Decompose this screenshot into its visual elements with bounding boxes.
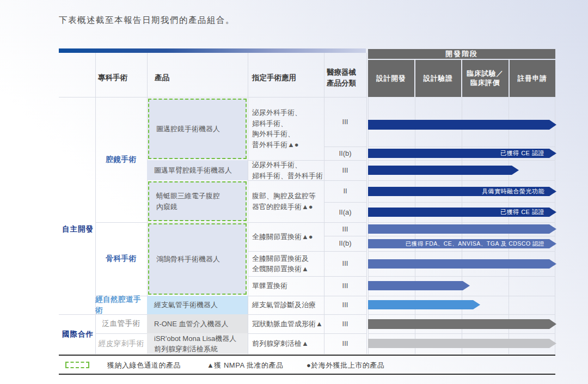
dev-stage-columns: 設計開發 設計驗證 臨床試驗／ 臨床評價 註冊申請: [368, 60, 555, 97]
table-top-gradient-bar: [59, 48, 366, 53]
product-transbronchial-robot: 經支氣管手術機器人: [147, 296, 248, 314]
specialty-natural-orifice-surgery: 經自然腔道手術: [95, 296, 147, 314]
product-honghu-orthopedic-robot: 鴻鵠骨科手術機器人: [148, 223, 247, 295]
stage-header-clinical-trial: 臨床試驗／ 臨床評價: [462, 60, 509, 97]
classification-cell: III: [324, 222, 366, 236]
application-cell: 泌尿外科手術、 婦科手術、普外科手術: [248, 160, 324, 180]
product-toumai-single-arm-robot: 圖邁單臂腔鏡手術機器人: [147, 160, 248, 180]
column-header-specialty: 專科手術: [98, 59, 147, 97]
progress-arrow: 已獲得 FDA、CE、ANVISA、TGA 及 CDSCO 認證: [368, 239, 556, 248]
classification-cell: III: [324, 251, 366, 276]
classification-cell: III: [324, 97, 366, 147]
specialty-percutaneous-puncture-surgery: 經皮穿刺手術: [95, 333, 147, 354]
gridline: [368, 160, 555, 161]
classification-cell: II: [324, 180, 366, 202]
gridline: [368, 251, 555, 252]
classification-cell: II(a): [324, 202, 366, 222]
application-cell: 全膝關節置換術及 全髖關節置換術▲: [248, 251, 324, 276]
specialty-panvascular-surgery: 泛血管手術: [95, 314, 147, 333]
progress-arrow: [368, 120, 556, 130]
application-cell: 全膝關節置換術▲●: [248, 222, 324, 251]
legend-green-channel: 獲納入綠色通道的產品: [107, 361, 181, 370]
classification-cell: III: [324, 276, 366, 296]
product-toumai-laparoscopic-robot: 圖邁腔鏡手術機器人: [148, 99, 247, 159]
column-header-classification: 醫療器械 產品分類: [327, 59, 366, 97]
product-dragonfly-eye-endoscope: 蜻蜓眼三維電子腹腔 內窺鏡: [148, 181, 247, 221]
application-cell: 泌尿外科手術、 婦科手術、 胸外科手術、 普外科手術▲●: [248, 97, 324, 160]
green-channel-legend-icon: [65, 362, 89, 368]
legend-nmpa-approved: ▲獲 NMPA 批准的產品: [207, 361, 283, 370]
progress-arrow: [368, 224, 556, 234]
progress-arrow: 具備實時融合螢光功能: [368, 187, 556, 196]
specialty-laparoscopic-surgery: 腔鏡手術: [95, 97, 147, 222]
classification-cell: II(b): [324, 147, 366, 160]
application-cell: 前列腺穿刺活檢▲: [248, 333, 324, 354]
classification-cell: II(b): [324, 236, 366, 251]
table-bottom-rule: [59, 355, 555, 356]
legend-overseas-approved: ●於海外獲批上市的產品: [307, 361, 384, 370]
progress-arrow: [368, 339, 556, 348]
gridline: [368, 180, 555, 181]
column-header-application: 指定手術應用: [252, 59, 324, 97]
group-label-self-developed: 自主開發: [59, 225, 95, 233]
classification-cell: III: [324, 333, 366, 354]
page-title: 下表概述截至本報告日期我們的產品組合。: [59, 15, 235, 26]
application-cell: 經支氣管診斷及治療: [248, 296, 324, 314]
progress-arrow: [368, 319, 556, 329]
progress-arrow: [368, 259, 556, 269]
progress-arrow: [368, 300, 480, 309]
stage-header-design-verification: 設計驗證: [415, 60, 462, 97]
gridline: [368, 296, 555, 296]
stage-header-design-development: 設計開發: [368, 60, 414, 97]
gridline: [366, 53, 367, 354]
progress-arrow: [368, 281, 470, 290]
progress-arrow: 已獲得 CE 認證: [368, 149, 556, 158]
product-isrobot-mona-lisa: iSR'obot Mona Lisa機器人 前列腺穿刺活檢系統: [147, 333, 248, 354]
group-label-international-cooperation: 國際合作: [59, 331, 95, 338]
gridline: [555, 97, 555, 354]
gridline: [368, 147, 555, 147]
specialty-orthopedic-surgery: 骨科手術: [95, 222, 147, 296]
gridline: [368, 222, 555, 223]
stage-header-registration: 註冊申請: [510, 60, 556, 97]
gridline: [368, 276, 555, 277]
gridline: [368, 333, 555, 334]
dev-stage-header: 開發階段 設計開發 設計驗證 臨床試驗／ 臨床評價 註冊申請: [368, 49, 555, 97]
column-header-product: 產品: [155, 59, 247, 97]
application-cell: 腹部、胸腔及盆腔等 器官的腔鏡手術▲●: [248, 180, 324, 222]
progress-arrow: [368, 166, 519, 175]
product-r-one-vascular-robot: R-ONE 血管介入機器人: [147, 314, 248, 333]
progress-arrow: 已獲得 CE 認證: [368, 208, 556, 217]
dev-stage-title: 開發階段: [368, 49, 555, 59]
legend-bottom-rule: [59, 374, 555, 375]
classification-cell: III: [324, 160, 366, 180]
gridline: [368, 236, 555, 236]
classification-cell: III: [324, 314, 366, 333]
classification-cell: III: [324, 296, 366, 314]
application-cell: 冠狀動脈血管成形術▲: [248, 314, 324, 333]
gridline: [368, 314, 555, 315]
gridline: [368, 202, 555, 203]
application-cell: 單髁置換術: [248, 276, 324, 296]
